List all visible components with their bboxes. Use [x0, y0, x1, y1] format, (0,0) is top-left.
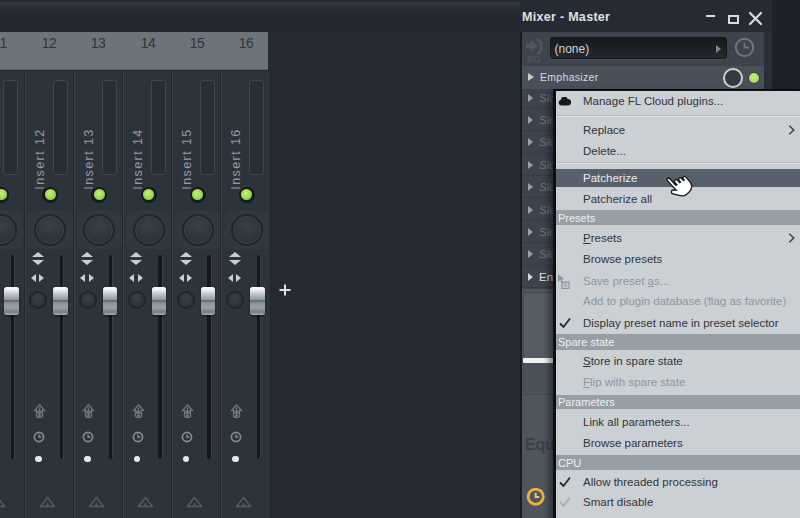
svg-text:EQ: EQ: [527, 53, 541, 63]
